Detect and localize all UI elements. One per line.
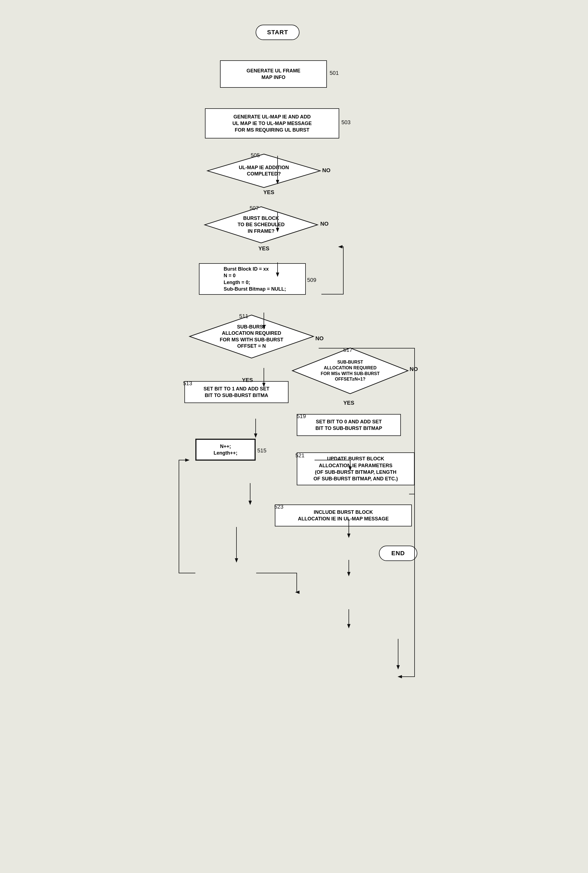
node-509: Burst Block ID = xxN = 0Length = 0;Sub-B…	[199, 263, 306, 295]
node-501-label: GENERATE UL FRAMEMAP INFO	[247, 68, 300, 81]
num-517: 517	[344, 347, 352, 353]
node-515-label: N++;Length++;	[213, 443, 237, 457]
num-501: 501	[330, 70, 339, 76]
node-507-label: BURST BLOCKTO BE SCHEDULEDIN FRAME?	[237, 215, 285, 234]
node-513: SET BIT TO 1 AND ADD SETBIT TO SUB-BURST…	[184, 381, 288, 403]
node-523-label: INCLUDE BURST BLOCKALLOCATION IE IN UL-M…	[298, 509, 388, 522]
label-517-yes: YES	[344, 400, 354, 406]
node-507: BURST BLOCKTO BE SCHEDULEDIN FRAME?	[204, 206, 319, 244]
node-517-label: SUB-BURSTALLOCATION REQUIREDFOR MSs WITH…	[321, 359, 380, 382]
label-505-no: NO	[322, 167, 330, 174]
node-505: UL-MAP IE ADDITIONCOMPLETED?	[206, 153, 321, 189]
flowchart-diagram: START GENERATE UL FRAMEMAP INFO 501 GENE…	[157, 17, 431, 839]
label-517-no: NO	[410, 366, 418, 372]
node-523: INCLUDE BURST BLOCKALLOCATION IE IN UL-M…	[275, 505, 412, 526]
node-519: SET BIT TO 0 AND ADD SETBIT TO SUB-BURST…	[297, 414, 401, 436]
node-521-label: UPDATE BURST BLOCKALLOCATION IE PARAMETE…	[314, 455, 398, 482]
num-507: 507	[250, 205, 259, 211]
num-513: 513	[183, 380, 192, 386]
start-node: START	[256, 25, 300, 40]
num-511: 511	[239, 313, 248, 319]
node-519-label: SET BIT TO 0 AND ADD SETBIT TO SUB-BURST…	[315, 418, 382, 432]
num-521: 521	[296, 452, 304, 459]
label-507-no: NO	[320, 221, 328, 227]
end-label: END	[391, 550, 405, 557]
node-515: N++;Length++;	[195, 439, 256, 461]
num-515: 515	[257, 448, 266, 454]
node-509-label: Burst Block ID = xxN = 0Length = 0;Sub-B…	[219, 266, 286, 292]
label-507-yes: YES	[258, 245, 269, 252]
num-505: 505	[251, 152, 260, 158]
node-505-label: UL-MAP IE ADDITIONCOMPLETED?	[239, 165, 289, 177]
label-511-no: NO	[315, 335, 324, 342]
node-503-label: GENERATE UL-MAP IE AND ADDUL MAP IE TO U…	[232, 114, 312, 134]
end-node: END	[379, 545, 417, 561]
num-509: 509	[307, 277, 316, 283]
num-503: 503	[341, 119, 351, 126]
num-523: 523	[274, 504, 284, 510]
node-511-label: SUB-BURSTALLOCATION REQUIREDFOR MS WITH …	[220, 324, 284, 350]
label-505-yes: YES	[263, 189, 274, 195]
node-517: SUB-BURSTALLOCATION REQUIREDFOR MSs WITH…	[291, 347, 409, 395]
node-501: GENERATE UL FRAMEMAP INFO	[220, 60, 327, 88]
node-513-label: SET BIT TO 1 AND ADD SETBIT TO SUB-BURST…	[204, 386, 269, 399]
node-503: GENERATE UL-MAP IE AND ADDUL MAP IE TO U…	[205, 108, 339, 138]
label-511-yes: YES	[242, 377, 253, 383]
num-519: 519	[297, 413, 306, 419]
node-521: UPDATE BURST BLOCKALLOCATION IE PARAMETE…	[297, 452, 414, 485]
start-label: START	[267, 29, 288, 36]
